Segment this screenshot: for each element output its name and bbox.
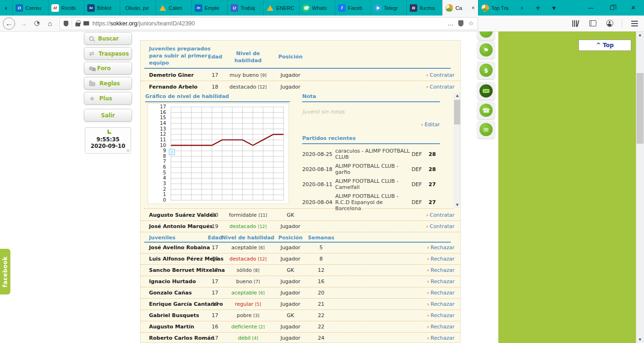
player-position: Jugador	[272, 81, 308, 93]
page-actions-icon[interactable]: …	[447, 20, 454, 27]
browser-tab[interactable]: Calen	[156, 0, 191, 16]
mail-icon[interactable]: ✉	[477, 121, 495, 139]
table2-rows: José Avelino Robaina 17 aceptable [6] Ju…	[140, 242, 461, 343]
reject-link[interactable]: ›Rechazar	[427, 299, 454, 310]
url-bar[interactable]: https://sokker.org/juniors/teamID/42390 …	[59, 17, 478, 30]
browser-tab[interactable]: Top Tra	[478, 0, 514, 16]
lock-icon[interactable]	[75, 23, 80, 26]
chart-y-labels: 01234567891011121314151617	[148, 104, 169, 204]
forward-button[interactable]: →	[17, 17, 30, 30]
edit-link[interactable]: ›Editar	[302, 122, 440, 128]
browser-tab[interactable]: ☎ Whats	[299, 0, 335, 16]
library-icon	[572, 20, 579, 27]
cash-icon[interactable]	[477, 82, 495, 100]
tab-close-icon[interactable]: ×	[471, 5, 475, 11]
bookmark-star-icon[interactable]: ☆	[468, 20, 474, 27]
reject-link[interactable]: ›Rechazar	[427, 321, 454, 333]
hire-link[interactable]: ›Contratar	[426, 69, 454, 81]
match-score: 28	[429, 151, 441, 157]
library-button[interactable]	[569, 17, 582, 30]
match-name[interactable]: ALIMP FOOTBALL CLUB - Camelfall	[335, 178, 412, 190]
home-button[interactable]: ⌂	[43, 17, 57, 30]
browser-tab[interactable]: lu Bibliot	[84, 0, 120, 16]
tracking-protection-shield-icon[interactable]	[64, 21, 68, 26]
scroll-up-icon[interactable]: ▲	[636, 32, 644, 38]
reload-button[interactable]	[30, 17, 43, 30]
link-arrow-icon: ›	[427, 278, 429, 285]
chart-tick-label: 9	[152, 148, 166, 153]
player-position: Jugador	[272, 287, 308, 299]
menu-button[interactable]	[628, 17, 641, 30]
sidebars-button[interactable]	[586, 17, 599, 30]
match-row: 2020-08-25 caraculos - ALIMP FOOTBALL CL…	[302, 148, 444, 160]
scroll-up-icon[interactable]: ▲	[454, 92, 461, 99]
table1-col-skill: Nivel de habilidad	[228, 50, 268, 64]
restore-button[interactable]	[602, 0, 623, 16]
match-name[interactable]: ALIMP FOOTBALL CLUB - R.C.D Espanyol de …	[335, 193, 412, 212]
sidebar-button[interactable]: Foro	[84, 62, 132, 74]
reject-link[interactable]: ›Rechazar	[427, 333, 454, 343]
inner-scrollbar[interactable]: ▲ ▼	[454, 92, 461, 208]
permissions-icon[interactable]	[83, 21, 89, 25]
scroll-down-icon[interactable]: ▼	[454, 202, 461, 208]
minimize-button[interactable]: —	[580, 0, 602, 16]
browser-tab[interactable]: U Trabaj	[227, 0, 263, 16]
scrollbar-thumb[interactable]	[454, 100, 461, 124]
chart-prev-button[interactable]: ‹	[169, 149, 175, 155]
pocket-icon[interactable]	[458, 20, 463, 26]
page-scrollbar[interactable]: ▲ ▼	[636, 32, 644, 343]
chart-tick-label: 0	[152, 198, 166, 203]
match-name[interactable]: caraculos - ALIMP FOOTBALL CLUB	[335, 148, 412, 160]
sidebar-button[interactable]: Buscar	[84, 32, 132, 45]
phone-icon[interactable]: ☎	[477, 101, 495, 119]
browser-tab[interactable]: Ca ×	[442, 0, 478, 16]
reject-link[interactable]: ›Rechazar	[427, 253, 454, 265]
logout-button[interactable]: Salir	[84, 109, 132, 122]
scrollbar-thumb[interactable]	[636, 73, 644, 144]
resize-handle[interactable]	[127, 149, 130, 152]
browser-tab[interactable]: ENERC	[263, 0, 299, 16]
sidebar-button[interactable]: ⇄ Traspasos	[84, 47, 132, 60]
account-button[interactable]	[603, 17, 616, 30]
url-path: /juniors/teamID/42390	[137, 20, 195, 27]
tab-overflow-icon[interactable]: ›	[514, 0, 530, 16]
table1-col-age: Edad	[202, 54, 228, 60]
scroll-to-top-button[interactable]: ^ Top	[578, 40, 631, 51]
hire-link[interactable]: ›Contratar	[426, 221, 454, 232]
junior-row: Luis Alfonso Pérez Mejías 19 destacado […	[140, 253, 461, 265]
back-button[interactable]: ←	[3, 17, 15, 30]
hire-link[interactable]: ›Contratar	[426, 81, 454, 93]
browser-tab[interactable]: O Correu	[12, 0, 48, 16]
scroll-down-icon[interactable]: ▼	[636, 336, 644, 343]
match-name[interactable]: ALIMP FOOTBALL CLUB - garfio	[335, 163, 412, 175]
player-walking-icon[interactable]: ⚑	[477, 41, 495, 59]
hire-link[interactable]: ›Contratar	[426, 210, 454, 221]
browser-tab[interactable]: N Ilucma	[406, 0, 442, 16]
reject-link[interactable]: ›Rechazar	[427, 242, 454, 253]
browser-tab[interactable]: M Recibi	[48, 0, 84, 16]
browser-tab[interactable]: Telegr	[371, 0, 406, 16]
dollar-icon[interactable]: $	[477, 61, 495, 79]
browser-tab[interactable]: f Faceb	[335, 0, 371, 16]
sidebar-button[interactable]: Reglas	[84, 77, 132, 90]
player-skill: aceptable [6]	[222, 287, 274, 299]
sidebar-button[interactable]: ★ Plus	[84, 92, 132, 105]
reject-link[interactable]: ›Rechazar	[427, 265, 454, 276]
reload-icon	[33, 20, 41, 27]
browser-tab[interactable]: in Emple	[191, 0, 227, 16]
player-skill: destacado [12]	[222, 221, 274, 232]
new-tab-button[interactable]: +	[530, 0, 546, 16]
reject-link[interactable]: ›Rechazar	[427, 276, 454, 287]
tab-scroll-left-icon[interactable]: ‹	[0, 0, 12, 16]
match-score: 28	[429, 166, 441, 172]
juniors-panel: Juveniles preparados para subir al prime…	[140, 40, 461, 343]
reject-link[interactable]: ›Rechazar	[427, 310, 454, 321]
reject-link[interactable]: ›Rechazar	[427, 287, 454, 299]
facebook-side-tab[interactable]: facebook	[0, 249, 10, 294]
tab-list-dropdown-icon[interactable]: ▾	[546, 0, 562, 16]
chart-tick-label: 13	[152, 127, 166, 131]
browser-tab[interactable]: Oliván, pe	[120, 0, 156, 16]
url-text[interactable]: https://sokker.org/juniors/teamID/42390	[92, 20, 444, 27]
close-button[interactable]: ✕	[623, 0, 644, 16]
partial-green-icon[interactable]	[477, 32, 495, 40]
